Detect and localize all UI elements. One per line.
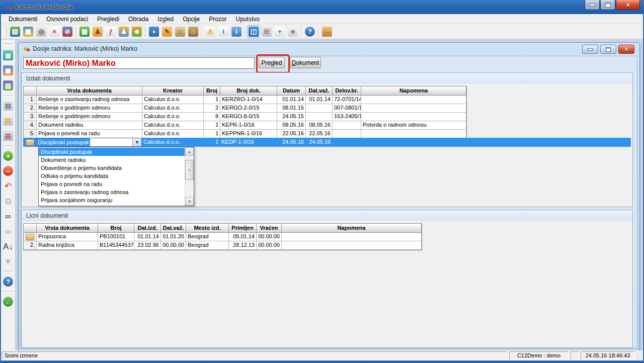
user-org-button[interactable]: ♟ (117, 25, 130, 38)
column-header[interactable]: Vrsta dokumenta (37, 86, 142, 96)
dropdown-item[interactable]: Disciplinski postupak (39, 148, 185, 156)
selected-table-row[interactable]: Disciplinski postupak▼Calculus d.o.o.1KE… (23, 138, 631, 147)
child-restore-button[interactable] (600, 45, 616, 54)
column-header[interactable]: Primljen (229, 224, 257, 233)
column-header[interactable]: Vrsta dokumenta (37, 224, 98, 233)
dropdown-scrollbar[interactable]: ▲ ≡ ▼ (185, 147, 194, 206)
dropdown-item[interactable]: Obaveštenje o prijemu kandidata (39, 164, 185, 172)
toolbar-grip[interactable] (4, 27, 7, 37)
dropdown-item[interactable]: Odluka o prijemu kandidata (39, 172, 185, 180)
find-next-button[interactable]: ∞ (2, 225, 15, 238)
column-header[interactable]: Broj (98, 224, 134, 233)
save-button[interactable]: ▣ (2, 49, 15, 62)
employee-name-field[interactable] (23, 57, 255, 69)
table-row[interactable]: 2.Rešenje o godišnjem odmoruCalculus d.o… (24, 104, 466, 113)
card-info-button[interactable]: i (230, 25, 243, 38)
org-chart-button[interactable]: ▦ (78, 25, 91, 38)
menu-item-izgled[interactable]: Izgled (153, 15, 178, 24)
column-header[interactable]: Vraćen (257, 224, 282, 233)
menu-item-opcije[interactable]: Opcije (178, 15, 204, 24)
archive-button[interactable]: ▤ (2, 79, 15, 92)
home-link-button[interactable]: ⌂ (174, 25, 187, 38)
dropdown-item[interactable]: Dokument radniku (39, 156, 185, 164)
menu-item-dokumenti[interactable]: Dokumenti (4, 15, 42, 24)
app-titlebar[interactable]: ☻☻ Kadrovska evidencija × (0, 0, 644, 15)
user-photo-button[interactable]: ☻ (286, 25, 299, 38)
find-button[interactable]: ∞ (2, 210, 15, 223)
print-button[interactable]: ⊟ (2, 99, 15, 112)
table-row[interactable]: 3.Rešenje o godišnjem odmoruCalculus d.o… (24, 113, 466, 121)
home-button[interactable]: ⌂ (187, 25, 200, 38)
menu-item-obrada[interactable]: Obrada (124, 15, 153, 24)
column-header[interactable] (24, 86, 37, 96)
column-header[interactable]: Delov.br. (333, 86, 361, 96)
menu-item-uputstvo[interactable]: Uputstvo (231, 15, 264, 24)
scroll-up-icon[interactable]: ▲ (185, 147, 194, 156)
combobox-input[interactable] (90, 138, 132, 146)
print-settings-button[interactable]: ⊟ (2, 129, 15, 142)
child-close-button[interactable]: × (618, 45, 634, 54)
document-delete-button[interactable]: × (48, 25, 61, 38)
sort-az-button[interactable]: A↓ (2, 240, 15, 253)
document-type-combobox[interactable]: Disciplinski postupak▼ (36, 138, 142, 147)
column-header[interactable] (24, 224, 37, 233)
pregled-button[interactable]: Pregled (259, 57, 285, 68)
column-header[interactable]: Dat.važ. (161, 224, 186, 233)
minimize-button[interactable] (585, 0, 600, 10)
dokument-button[interactable]: Dokument (290, 57, 321, 68)
close-button[interactable]: × (616, 0, 640, 10)
column-header[interactable]: Napomena (282, 224, 422, 233)
scrollbar-thumb[interactable]: ≡ (185, 160, 194, 180)
window-tiles-button[interactable]: ⊞ (260, 25, 273, 38)
child-minimize-button[interactable] (582, 45, 598, 54)
back-button[interactable]: ← (2, 295, 15, 308)
toolbar-left-grip[interactable] (5, 41, 12, 44)
table-row[interactable]: PropusnicaPB10010101.01.1401.01.20Beogra… (24, 233, 422, 241)
workplace-button[interactable]: ♟ (91, 25, 104, 38)
table-row[interactable]: 4.Dokument radnikuCalculus d.o.o.1KEPR-1… (24, 121, 466, 130)
user-block-button[interactable]: ⊘ (61, 25, 74, 38)
formula-button[interactable]: ƒ (104, 25, 117, 38)
scroll-down-icon[interactable]: ▼ (185, 197, 194, 206)
exit-button[interactable]: → (320, 25, 334, 38)
column-header[interactable]: Dat.izd. (134, 224, 161, 233)
card-add-button[interactable]: + (273, 25, 286, 38)
menu-item-pregledi[interactable]: Pregledi (93, 15, 124, 24)
dossier-titlebar[interactable]: ☻☻ Dosije radnika: Marković (Mirko) Mark… (19, 43, 639, 55)
employee-button[interactable]: ☻ (130, 25, 143, 38)
dropdown-item[interactable]: Prijava socijalnom osiguranju (39, 196, 185, 204)
help2-button[interactable]: ? (2, 275, 15, 288)
undo-button[interactable]: ↶ (2, 179, 15, 193)
report-warning-button[interactable]: ⚠ (204, 25, 217, 38)
dossier-open-button[interactable]: ▤ (9, 25, 22, 38)
dropdown-item[interactable]: Prijava o povredi na radu (39, 180, 185, 188)
table-row[interactable]: 5.Prijava o povredi na raduCalculus d.o.… (24, 130, 466, 138)
add-row-button[interactable]: + (2, 149, 15, 162)
restore-button[interactable] (600, 0, 615, 10)
column-header[interactable]: Napomena (361, 86, 466, 96)
table-row[interactable]: 2.Radna knjižicaB114534453723.02.9600.00… (24, 241, 422, 250)
menu-item-prozor[interactable]: Prozor (204, 15, 231, 24)
window-employee-button[interactable]: ◫ (247, 25, 260, 38)
user-edit-button[interactable]: ✎ (160, 25, 174, 38)
dropdown-item[interactable]: Prijava o zasnivanju radnog odnosa (39, 188, 185, 196)
print-fast-button[interactable]: ⊟ (2, 114, 15, 127)
personnel-report-button[interactable]: ▦ (22, 25, 35, 38)
filter-button[interactable]: ▼ (2, 255, 15, 268)
combobox-dropdown-icon[interactable]: ▼ (132, 138, 141, 146)
column-header[interactable]: Datum (277, 86, 306, 96)
globe-button[interactable]: ● (147, 25, 160, 38)
document-info-button[interactable]: i (217, 25, 230, 38)
column-header[interactable]: Kreator (142, 86, 204, 96)
help-button[interactable]: ? (303, 25, 316, 38)
column-header[interactable]: Dat.važ. (306, 86, 333, 96)
column-header[interactable]: Broj (204, 86, 220, 96)
save-report-button[interactable]: ▣ (2, 64, 15, 77)
copy-button[interactable]: ⧉ (2, 195, 15, 208)
table-row[interactable]: 1.Rešenje o zasnivanju radnog odnosaCalc… (24, 96, 466, 104)
resize-grip[interactable] (635, 353, 642, 359)
search-tools-button[interactable]: ◎ (35, 25, 48, 38)
menu-item-osnovni-podaci[interactable]: Osnovni podaci (42, 15, 93, 24)
column-header[interactable]: Broj dok. (220, 86, 277, 96)
column-header[interactable]: Mesto izd. (186, 224, 229, 233)
